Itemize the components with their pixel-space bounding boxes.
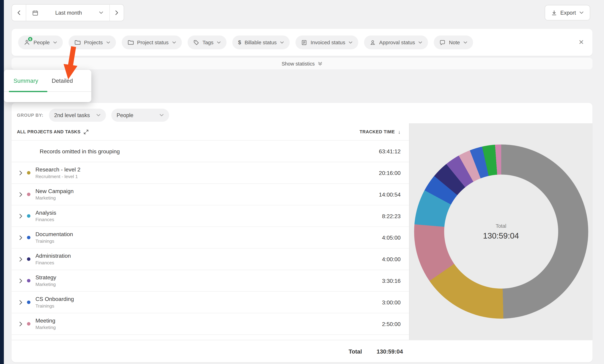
expand-row-icon[interactable] (19, 170, 23, 175)
expand-row-icon[interactable] (19, 235, 23, 240)
filter-bar: 6 People Projects Project status Tags (12, 29, 592, 56)
project-color-dot (27, 279, 30, 282)
donut-chart[interactable]: Total 130:59:04 (414, 144, 588, 318)
group-by-label: GROUP BY: (17, 113, 43, 118)
table-row[interactable]: New CampaignMarketing 14:00:54 (12, 184, 409, 205)
chevron-down-icon (172, 41, 176, 44)
tracked-time-value: 8:22:23 (382, 213, 401, 219)
chevron-down-icon (217, 41, 221, 44)
export-label: Export (560, 10, 576, 16)
double-chevron-down-icon (318, 61, 323, 66)
filter-chip-label: Note (449, 39, 460, 45)
expand-row-icon[interactable] (19, 192, 23, 197)
tracked-time-value: 20:16:00 (379, 170, 401, 176)
project-color-dot (27, 257, 30, 261)
expand-row-icon[interactable] (19, 214, 23, 218)
chevron-down-icon (418, 41, 422, 44)
chevron-right-icon (115, 11, 118, 15)
filter-chip-approval-status[interactable]: Approval status (364, 35, 428, 49)
show-statistics-toggle[interactable]: Show statistics (12, 58, 592, 69)
filter-chip-tags[interactable]: Tags (188, 35, 227, 49)
table-row[interactable]: StrategyMarketing 3:30:16 (12, 270, 409, 292)
people-count-badge: 6 (27, 36, 33, 42)
table-row[interactable]: DocumentationTrainings 4:05:00 (12, 227, 409, 249)
group-by-select-primary[interactable]: 2nd level tasks (49, 109, 106, 122)
project-color-dot (27, 236, 30, 239)
tracked-time-value: 14:00:54 (379, 191, 401, 197)
filter-chip-billable-status[interactable]: $ Billable status (232, 35, 290, 49)
table-row[interactable]: CS OnboardingTrainings 3:00:00 (12, 292, 409, 313)
filter-chip-label: Projects (84, 39, 103, 45)
expand-row-icon[interactable] (19, 257, 23, 262)
next-period-button[interactable] (110, 5, 124, 21)
date-range-label: Last month (43, 10, 94, 16)
task-title: New Campaign (35, 188, 74, 194)
donut-total-value: 130:59:04 (483, 231, 519, 240)
task-subtitle: Trainings (35, 303, 74, 309)
filter-chip-label: People (33, 39, 50, 45)
expand-all-icon[interactable] (84, 129, 89, 134)
tutorial-arrow-icon (59, 46, 81, 81)
chevron-down-icon (106, 41, 110, 44)
task-title: Analysis (35, 210, 56, 216)
filter-chip-note[interactable]: Note (434, 35, 473, 49)
sidebar-edge (0, 0, 4, 364)
footer-total: Total 130:59:04 (349, 348, 403, 355)
project-color-dot (27, 214, 30, 218)
task-subtitle: Finances (35, 260, 71, 265)
filter-chip-people[interactable]: 6 People (18, 35, 63, 49)
column-tracked-time[interactable]: TRACKED TIME ↓ (360, 129, 401, 135)
date-range-picker: Last month (12, 4, 124, 21)
donut-total-label: Total (496, 223, 506, 229)
expand-row-icon[interactable] (19, 322, 23, 326)
task-title: CS Onboarding (35, 296, 74, 302)
download-icon (551, 10, 557, 15)
chevron-down-icon (463, 41, 467, 44)
filter-chips: 6 People Projects Project status Tags (12, 29, 592, 49)
filter-chip-label: Project status (137, 39, 169, 45)
table-header: ALL PROJECTS AND TASKS TRACKED TIME ↓ (12, 123, 409, 140)
folder-icon (74, 39, 80, 46)
filter-chip-project-status[interactable]: Project status (122, 35, 182, 49)
task-table: Records omitted in this grouping 63:41:1… (12, 140, 409, 340)
close-filters-icon[interactable]: ✕ (579, 38, 584, 46)
chevron-down-icon (159, 113, 164, 117)
filter-chip-label: Invoiced status (311, 39, 345, 45)
tag-icon (193, 39, 199, 45)
tracked-time-value: 3:30:16 (382, 277, 401, 284)
column-projects-tasks-label: ALL PROJECTS AND TASKS (17, 129, 80, 134)
expand-row-icon[interactable] (19, 300, 23, 305)
summary-report-page: Last month Export 6 People Projects (0, 0, 604, 364)
filter-chip-invoiced-status[interactable]: Invoiced status (296, 35, 359, 49)
invoice-icon (302, 39, 307, 45)
donut-center: Total 130:59:04 (444, 175, 558, 289)
chevron-down-icon (349, 41, 352, 44)
date-range-dropdown[interactable]: Last month (26, 5, 110, 21)
chevron-left-icon (17, 11, 21, 15)
tracked-time-value: 63:41:12 (379, 148, 401, 154)
table-row-omitted: Records omitted in this grouping 63:41:1… (12, 141, 409, 162)
tab-summary[interactable]: Summary (13, 77, 38, 84)
filter-chip-label: Tags (202, 39, 214, 45)
group-by-select-secondary[interactable]: People (111, 109, 169, 122)
project-color-dot (27, 193, 30, 196)
filter-chip-label: Approval status (379, 39, 415, 45)
expand-row-icon[interactable] (19, 278, 23, 283)
prev-period-button[interactable] (12, 5, 26, 21)
show-statistics-label: Show statistics (281, 61, 315, 66)
omitted-records-label: Records omitted in this grouping (40, 148, 120, 154)
table-row[interactable]: AnalysisFinances 8:22:23 (12, 205, 409, 227)
project-color-dot (27, 301, 30, 304)
task-title: Strategy (35, 274, 56, 280)
task-subtitle: Trainings (35, 238, 73, 244)
group-by-row: GROUP BY: 2nd level tasks People (12, 103, 592, 123)
group-by-primary-value: 2nd level tasks (54, 112, 90, 118)
table-row[interactable]: AdministrationFinances 4:00:00 (12, 249, 409, 270)
table-row[interactable]: MeetingMarketing 2:50:00 (12, 313, 409, 335)
active-tab-underline (9, 91, 47, 92)
export-button[interactable]: Export (545, 5, 590, 20)
tracked-time-value: 4:00:00 (382, 256, 401, 262)
folder-status-icon (127, 39, 134, 46)
sort-descending-icon: ↓ (398, 129, 401, 135)
table-row[interactable]: Research - level 2Recruitment - level 1 … (12, 162, 409, 184)
